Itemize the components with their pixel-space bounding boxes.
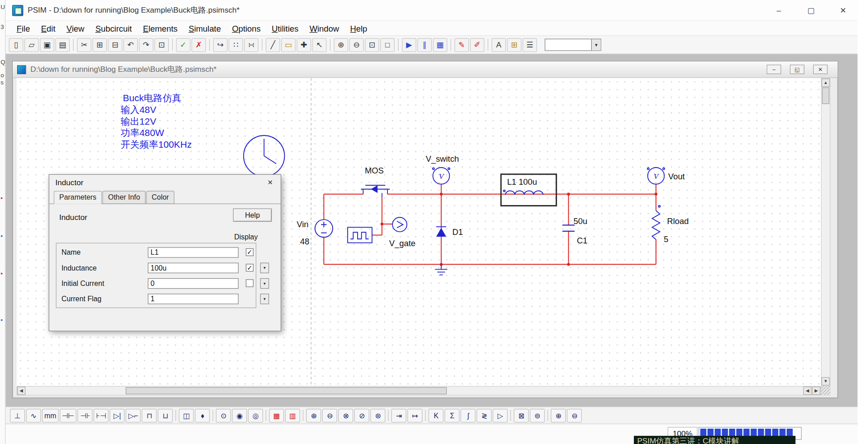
pan-hand-button[interactable]: ✚ [297,38,311,52]
menu-simulate[interactable]: Simulate [183,21,226,35]
scroll-down-icon[interactable]: ▼ [821,377,830,385]
voltmeter-button[interactable]: ⊕ [307,408,321,422]
menu-options[interactable]: Options [226,21,266,35]
power-factor-meter-button[interactable]: ⊛ [371,408,386,422]
scope-2-channel-button[interactable]: ▦ [269,408,284,422]
circuit-wires[interactable] [324,184,656,265]
tab-parameters[interactable]: Parameters [54,191,102,204]
clock-symbol[interactable] [244,136,285,177]
initial-current-dropdown[interactable]: ▾ [260,278,269,289]
zoom-combobox[interactable]: ▼ [545,39,601,51]
wire-button[interactable]: ↪ [213,38,227,52]
initial-current-input[interactable]: 0 [148,278,239,288]
resistor-button[interactable]: ∿ [26,408,41,422]
electrolytic-capacitor-button[interactable]: ⊣⊦ [78,408,93,422]
diode-button[interactable]: ▷| [110,408,125,422]
menu-edit[interactable]: Edit [36,21,61,35]
pause-simulation-button[interactable]: ∥ [417,38,432,52]
child-minimize-button[interactable]: – [767,65,781,74]
var-meter-button[interactable]: ⊘ [354,408,369,422]
dialog-close-icon[interactable]: ✕ [264,178,276,187]
vertical-scrollbar[interactable]: ▲ ▼ [821,78,830,386]
zoom-area-button[interactable]: ⊡ [365,38,379,52]
summer-block-button[interactable]: Σ [445,408,460,422]
maximize-button[interactable]: ▢ [798,0,824,20]
horizontal-scroll-thumb[interactable] [126,387,447,394]
select-pointer-button[interactable]: ↖ [312,38,327,52]
scroll-left-end-icon[interactable]: ◀ [803,387,811,395]
igbt-button[interactable]: ⊔ [158,408,173,422]
element-properties-button[interactable]: ⊞ [507,38,522,52]
print-button[interactable]: ▤ [55,38,70,52]
tab-other-info[interactable]: Other Info [103,191,146,204]
mosfet-symbol[interactable] [361,185,390,197]
vertical-scroll-thumb[interactable] [822,87,829,104]
ac-capacitor-button[interactable]: ⊦⊣ [94,408,108,422]
inductance-display-checkbox[interactable]: ✓ [246,264,254,271]
enable-button[interactable]: ✓ [176,38,190,52]
initial-current-display-checkbox[interactable] [246,279,254,287]
copy-button[interactable]: ⊞ [92,38,107,52]
assign-node-button[interactable]: ∺ [244,38,259,52]
wattmeter-button[interactable]: ⊗ [339,408,354,422]
capacitor-button[interactable]: ⊣⊢ [60,408,77,422]
zoom-out-button[interactable]: ⊖ [349,38,364,52]
voltage-probe-button[interactable]: ⊙ [216,408,231,422]
child-restore-button[interactable]: ◱ [790,65,804,74]
mosfet-button[interactable]: ⊓ [142,408,157,422]
highlight-pen-button[interactable]: ✎ [454,38,469,52]
zoom-in-button[interactable]: ⊕ [334,38,348,52]
save-file-button[interactable]: ▣ [40,38,54,52]
menu-utilities[interactable]: Utilities [266,21,304,35]
menu-window[interactable]: Window [304,21,344,35]
transfer-function-block-button[interactable]: ⊠ [514,408,529,422]
gain-block-button[interactable]: K [429,408,443,422]
draw-line-button[interactable]: ╱ [266,38,280,52]
paste-button[interactable]: ⊟ [108,38,123,52]
scope-1-channel-button[interactable]: ▥ [285,408,300,422]
horizontal-scrollbar[interactable]: ◀ ◀ ▶ [17,386,821,396]
chevron-down-icon[interactable]: ▼ [591,39,601,50]
tab-color[interactable]: Color [146,191,175,204]
onoff-controller-symbol[interactable] [392,217,407,232]
vin-source-symbol[interactable] [315,220,333,237]
scroll-left-icon[interactable]: ◀ [17,387,25,395]
capacitor-symbol[interactable] [562,225,575,231]
disable-button[interactable]: ✗ [192,38,206,52]
inductance-input[interactable]: 100u [148,262,239,273]
menu-view[interactable]: View [61,21,90,35]
erase-pen-button[interactable]: ✐ [470,38,485,52]
zoom-fit-button[interactable]: □ [380,38,395,52]
node-voltage-probe-button[interactable]: ◉ [232,408,247,422]
current-flag-dropdown[interactable]: ▾ [260,294,269,304]
help-button[interactable]: Help [233,209,272,222]
text-note-button[interactable]: ▭ [281,38,296,52]
child-close-button[interactable]: ✕ [813,65,828,74]
clipboard-button[interactable]: ⊡ [155,38,169,52]
ground-button[interactable]: ⊥ [10,408,25,422]
run-simulation-button[interactable]: ▶ [402,38,416,52]
new-file-button[interactable]: ▯ [9,38,24,52]
diode-symbol[interactable] [436,227,446,237]
resize-grip[interactable] [821,386,830,396]
current-probe-button[interactable]: ◎ [248,408,263,422]
assign-label-button[interactable]: ∷ [229,38,243,52]
open-file-button[interactable]: ▱ [24,38,39,52]
transformer-button[interactable]: ◫ [179,408,194,422]
voltage-source-button[interactable]: ⊕ [551,408,566,422]
menu-subcircuit[interactable]: Subcircuit [90,21,137,35]
current-source-button[interactable]: ⊖ [567,408,582,422]
scroll-right-icon[interactable]: ▶ [812,387,820,395]
sensor-button[interactable]: ⊚ [530,408,545,422]
redo-button[interactable]: ↷ [139,38,153,52]
zener-diode-button[interactable]: ▷⌐ [126,408,141,422]
undo-button[interactable]: ↶ [123,38,138,52]
ammeter-button[interactable]: ⊖ [322,408,337,422]
integrator-block-button[interactable]: ∫ [461,408,476,422]
close-button[interactable]: ✕ [830,0,856,20]
ground-symbol[interactable] [435,264,447,275]
name-display-checkbox[interactable]: ✓ [246,248,254,256]
name-input[interactable]: L1 [148,247,239,257]
add-text-button[interactable]: A [491,38,506,52]
cut-button[interactable]: ✂ [77,38,91,52]
